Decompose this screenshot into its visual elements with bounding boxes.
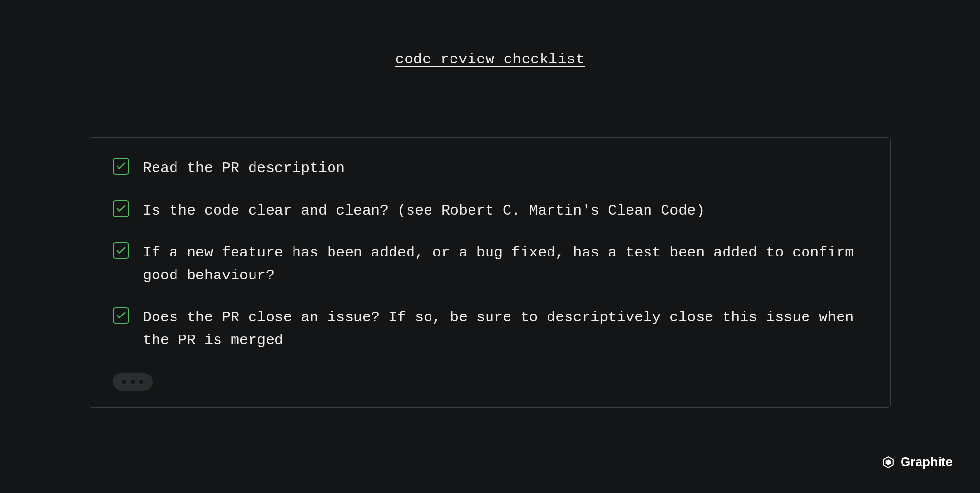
page-title: code review checklist — [0, 51, 980, 68]
checkbox-checked-icon[interactable] — [113, 158, 129, 175]
checklist-item: Does the PR close an issue? If so, be su… — [113, 306, 867, 352]
checklist-item: Read the PR description — [113, 157, 867, 180]
checklist-item-label: Is the code clear and clean? (see Robert… — [143, 199, 705, 222]
svg-marker-1 — [886, 459, 891, 465]
checklist-item: If a new feature has been added, or a bu… — [113, 241, 867, 287]
checklist-item-label: Read the PR description — [143, 157, 345, 180]
checklist-item-label: Does the PR close an issue? If so, be su… — [143, 306, 864, 352]
brand-badge: Graphite — [882, 454, 953, 470]
checklist-panel: Read the PR description Is the code clea… — [89, 137, 891, 408]
checkbox-checked-icon[interactable] — [113, 242, 129, 259]
checklist-item-label: If a new feature has been added, or a bu… — [143, 241, 864, 287]
stage: code review checklist Read the PR descri… — [0, 0, 980, 493]
checkbox-checked-icon[interactable] — [113, 200, 129, 217]
checklist-item: Is the code clear and clean? (see Robert… — [113, 199, 867, 222]
checkbox-checked-icon[interactable] — [113, 307, 129, 324]
graphite-logo-icon — [882, 456, 895, 469]
more-icon[interactable] — [113, 373, 153, 391]
brand-name: Graphite — [901, 454, 953, 470]
